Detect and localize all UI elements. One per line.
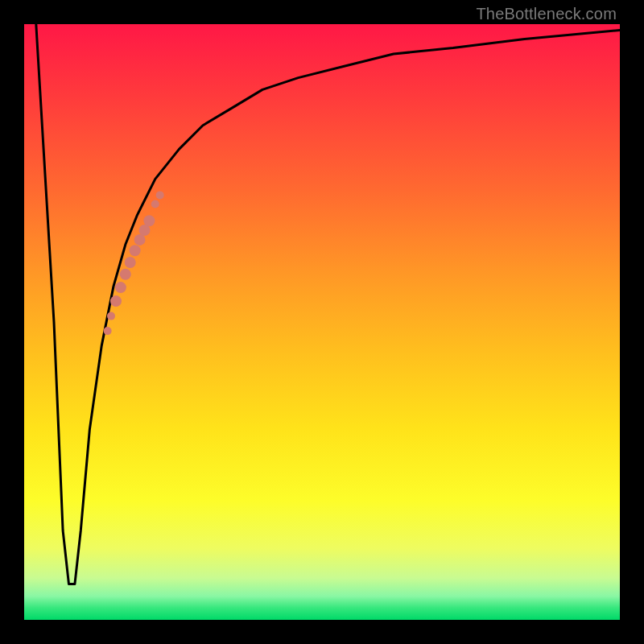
- marker-dot: [156, 191, 164, 199]
- marker-dot: [104, 327, 112, 335]
- marker-dot: [125, 257, 136, 268]
- marker-dot: [115, 282, 126, 293]
- marker-dot: [110, 295, 122, 307]
- marker-dot: [130, 245, 141, 256]
- marker-dot: [143, 215, 155, 226]
- plot-area: [24, 24, 620, 620]
- chart-frame: TheBottleneck.com: [0, 0, 644, 644]
- bottleneck-curve: [36, 24, 620, 584]
- marker-dot: [151, 200, 159, 208]
- marker-dot: [120, 269, 131, 280]
- attribution-text: TheBottleneck.com: [476, 5, 617, 23]
- marker-dot: [107, 312, 115, 320]
- marker-dot: [134, 234, 146, 246]
- curve-layer: [24, 24, 620, 620]
- marker-group: [104, 191, 164, 335]
